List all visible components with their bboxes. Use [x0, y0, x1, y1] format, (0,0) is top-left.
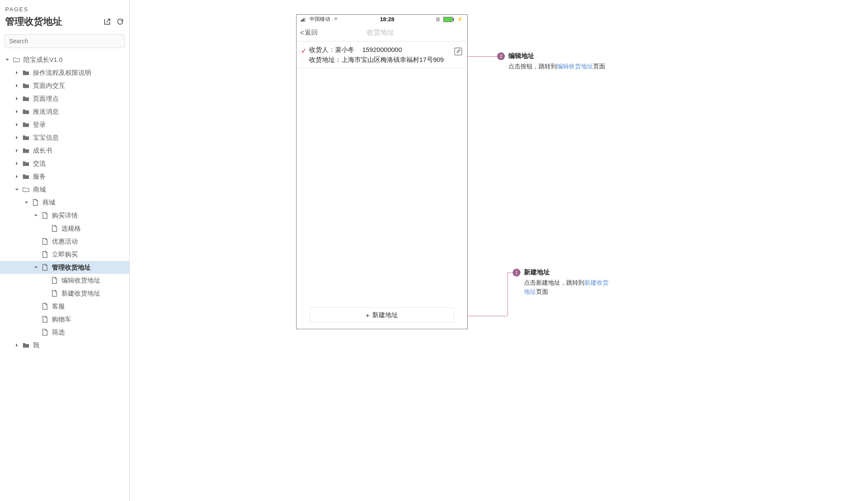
wifi-icon [333, 17, 339, 22]
new-address-label: 新建地址 [372, 311, 398, 319]
tree-node[interactable]: 客服 [0, 300, 129, 313]
tree-node[interactable]: 宝宝信息 [0, 131, 129, 144]
tree-node[interactable]: 购物车 [0, 313, 129, 326]
tree-node-label: 商城 [33, 186, 46, 194]
page-icon [41, 250, 49, 259]
tree-node[interactable]: 操作流程及权限说明 [0, 66, 129, 79]
folder-icon [22, 68, 30, 77]
tree-node-label: 成长书 [33, 147, 52, 155]
tree-node-label: 登录 [33, 121, 46, 129]
tree-node[interactable]: 登录 [0, 118, 129, 131]
tree-node[interactable]: 筛选 [0, 326, 129, 339]
tree-node[interactable]: 商城 [0, 183, 129, 196]
ann1-title: 新建地址 [524, 268, 550, 276]
edit-address-button[interactable] [453, 47, 463, 56]
tree-node-label: 页面内交互 [33, 82, 65, 90]
tree-node-label: 我 [33, 341, 39, 350]
plus-icon: + [366, 312, 370, 319]
folder-icon [22, 81, 30, 90]
tree-node[interactable]: 成长书 [0, 144, 129, 157]
back-button[interactable]: < 返回 [300, 29, 318, 37]
pages-section-label: PAGES [0, 3, 129, 15]
selected-check-icon: ✓ [301, 47, 306, 55]
ann1-desc-post: 页面 [536, 288, 548, 295]
tree-node-label: 选规格 [61, 225, 81, 233]
status-right: ⚡ [435, 16, 463, 22]
page-icon [41, 237, 49, 246]
tree-node-label: 管理收货地址 [52, 263, 91, 272]
page-title-actions [103, 18, 124, 26]
expand-arrow-icon[interactable] [33, 264, 39, 270]
charging-icon: ⚡ [457, 16, 463, 22]
ann1-desc-pre: 点击新建地址，跳转到 [524, 279, 584, 286]
annotation-1: 1 新建地址 点击新建地址，跳转到新建收货地址页面 [513, 268, 614, 296]
expand-arrow-icon[interactable] [14, 173, 20, 180]
tree-node[interactable]: 新建收货地址 [0, 287, 129, 300]
tree-node-label: 交流 [33, 160, 46, 168]
folder-icon [12, 55, 21, 64]
carrier-label: 中国移动 [310, 16, 330, 23]
expand-arrow-icon[interactable] [14, 109, 20, 115]
expand-arrow-icon[interactable] [14, 342, 20, 348]
tree-node[interactable]: 我 [0, 339, 129, 352]
search-input[interactable] [4, 34, 125, 48]
expand-arrow-icon[interactable] [33, 212, 39, 218]
page-icon [41, 315, 49, 324]
tree-node[interactable]: 立即购买 [0, 248, 129, 261]
new-address-button[interactable]: + 新建地址 [310, 307, 454, 323]
ann2-badge: 2 [497, 52, 505, 60]
tree-node[interactable]: 选规格 [0, 222, 129, 235]
expand-arrow-icon[interactable] [4, 57, 10, 63]
svg-rect-0 [301, 20, 302, 22]
tree-node[interactable]: 页面埋点 [0, 92, 129, 105]
expand-arrow-icon[interactable] [14, 148, 20, 154]
tree-node[interactable]: 管理收货地址 [0, 261, 129, 274]
svg-rect-7 [444, 17, 452, 21]
folder-icon [22, 172, 30, 181]
expand-arrow-icon[interactable] [14, 161, 20, 167]
page-tree: 陪宝成长V1.0操作流程及权限说明页面内交互页面埋点推送消息登录宝宝信息成长书交… [0, 53, 129, 501]
recipient-name: 裴小冬 [335, 46, 354, 53]
refresh-icon[interactable] [116, 18, 124, 26]
folder-icon [22, 341, 30, 350]
expand-arrow-icon[interactable] [14, 70, 20, 76]
canvas: 中国移动 18:28 ⚡ < 返回 收货地址 [130, 0, 868, 501]
status-time: 18:28 [380, 16, 394, 22]
address-label: 收货地址： [309, 56, 341, 63]
tree-node-label: 编辑收货地址 [61, 276, 100, 285]
expand-arrow-icon[interactable] [23, 199, 29, 206]
tree-node[interactable]: 编辑收货地址 [0, 274, 129, 287]
svg-rect-2 [303, 18, 304, 22]
expand-arrow-icon[interactable] [14, 96, 20, 102]
ann2-link[interactable]: 编辑收货地址 [557, 63, 593, 70]
expand-arrow-icon[interactable] [14, 122, 20, 128]
tree-node[interactable]: 页面内交互 [0, 79, 129, 92]
address-row[interactable]: ✓ 收货人：裴小冬 15920000000 收货地址：上海市宝山区梅洛镇幸福村1… [297, 42, 467, 68]
tree-node-label: 筛选 [52, 328, 65, 337]
tree-node[interactable]: 服务 [0, 170, 129, 183]
page-icon [41, 328, 49, 337]
expand-arrow-icon[interactable] [14, 186, 20, 193]
expand-arrow-icon[interactable] [14, 135, 20, 141]
ann2-desc-post: 页面 [593, 63, 605, 70]
expand-arrow-icon[interactable] [14, 83, 20, 89]
tree-node[interactable]: 商城 [0, 196, 129, 209]
tree-node[interactable]: 购买详情 [0, 209, 129, 222]
tree-node[interactable]: 陪宝成长V1.0 [0, 53, 129, 66]
signal-icon [301, 17, 307, 22]
tree-node-label: 新建收货地址 [61, 289, 100, 298]
page-title: 管理收货地址 [5, 15, 62, 28]
status-bar: 中国移动 18:28 ⚡ [297, 15, 467, 24]
nav-title: 收货地址 [318, 28, 464, 37]
ann-connector-1-v [507, 273, 508, 316]
tree-node[interactable]: 优惠活动 [0, 235, 129, 248]
svg-rect-1 [302, 19, 303, 22]
ann2-title: 编辑地址 [508, 52, 534, 60]
sidebar: PAGES 管理收货地址 陪宝成长V1.0操作流程及权限说明页面内交互页面埋点推… [0, 0, 130, 501]
recipient-phone: 15920000000 [362, 45, 402, 55]
tree-node[interactable]: 交流 [0, 157, 129, 170]
page-icon [50, 289, 59, 298]
share-icon[interactable] [103, 18, 111, 26]
tree-node[interactable]: 推送消息 [0, 105, 129, 118]
page-icon [41, 302, 49, 311]
